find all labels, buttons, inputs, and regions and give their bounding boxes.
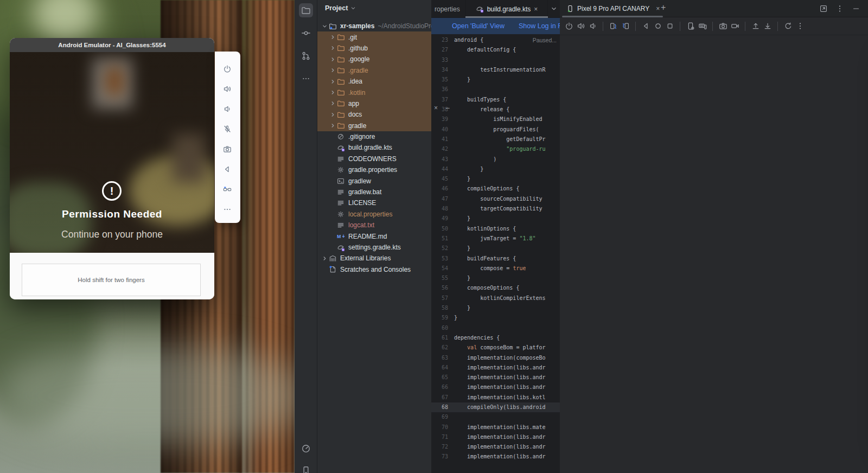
code-line-61[interactable]: 61dependencies {	[431, 333, 560, 343]
tab-build-gradle-kts[interactable]: K build.gradle.kts ×	[465, 0, 548, 18]
chevron-right-icon[interactable]	[329, 45, 337, 51]
emulator-screen[interactable]: ! Permission Needed Continue on your pho…	[10, 52, 214, 253]
code-line-48[interactable]: 48 targetCompatibility	[431, 204, 560, 214]
home-icon[interactable]	[653, 22, 662, 31]
tool-strip-profiler[interactable]	[299, 442, 313, 456]
volume-up-icon[interactable]	[576, 22, 585, 31]
volume-up-icon[interactable]	[223, 85, 233, 94]
tool-strip-project-folder[interactable]	[299, 3, 313, 17]
back-icon[interactable]	[223, 165, 233, 175]
tree-item-license[interactable]: LICENSE	[317, 197, 434, 208]
screen-record-icon[interactable]	[730, 22, 739, 31]
code-line-34[interactable]: 34 testInstrumentationR	[431, 65, 560, 75]
chevron-right-icon[interactable]	[321, 255, 329, 261]
code-line-67[interactable]: 67 implementation(libs.kotl	[431, 393, 560, 402]
tree-item-gradle-properties[interactable]: gradle.properties	[317, 164, 434, 175]
chevron-right-icon[interactable]	[329, 112, 337, 118]
open-in-window-icon[interactable]	[819, 4, 828, 13]
download-icon[interactable]	[763, 22, 772, 31]
more-v-icon[interactable]	[795, 22, 805, 31]
code-line-44[interactable]: 44 }	[431, 164, 560, 174]
code-line-54[interactable]: 54 compose = true	[431, 264, 560, 273]
tree-item-logcat-txt[interactable]: logcat.txt	[317, 220, 434, 231]
camera-icon[interactable]	[718, 22, 727, 31]
code-line-51[interactable]: 51 jvmTarget = "1.8"	[431, 234, 560, 244]
code-line-73[interactable]: 73 implementation(libs.andr	[431, 452, 560, 462]
code-line-37[interactable]: 37 buildTypes {	[431, 95, 560, 105]
close-icon[interactable]: ×	[534, 5, 538, 13]
code-line-38[interactable]: 38 release {	[431, 105, 560, 114]
code-line-68[interactable]: 68 compileOnly(libs.android	[431, 402, 560, 412]
hardware-input-icon[interactable]	[698, 22, 707, 31]
code-line-50[interactable]: 50 kotlinOptions {	[431, 224, 560, 234]
tree-item-docs[interactable]: docs	[317, 109, 434, 120]
upload-icon[interactable]	[751, 22, 760, 31]
code-line-41[interactable]: 41 getDefaultPr	[431, 135, 560, 144]
tab-gradle-properties[interactable]: roperties	[435, 0, 460, 18]
tree-item-settings-gradle-kts[interactable]: Ksettings.gradle.kts	[317, 242, 434, 253]
project-panel-header[interactable]: Project	[325, 4, 356, 12]
code-line-66[interactable]: 66 implementation(libs.andr	[431, 382, 560, 392]
overview-icon[interactable]	[665, 22, 674, 31]
code-line-46[interactable]: 46 compileOptions {	[431, 184, 560, 194]
tool-strip-more-h[interactable]	[299, 72, 313, 86]
chevron-right-icon[interactable]	[329, 79, 337, 85]
tree-item--github[interactable]: .github	[317, 43, 434, 54]
tree-item--kotlin[interactable]: .kotlin	[317, 87, 434, 98]
code-line-52[interactable]: 52 }	[431, 244, 560, 253]
code-line-55[interactable]: 55 }	[431, 273, 560, 283]
tree-item--idea[interactable]: .idea	[317, 76, 434, 87]
open-build-view-link[interactable]: Open 'Build' View	[452, 22, 505, 30]
fold-close-icon[interactable]	[621, 22, 630, 31]
code-line-42[interactable]: 42 "proguard-ru	[431, 144, 560, 154]
code-line-58[interactable]: 58 }	[431, 303, 560, 313]
device-tab-pixel-9-pro[interactable]: Pixel 9 Pro API CANARY ×	[566, 0, 660, 17]
code-line-71[interactable]: 71 implementation(libs.andr	[431, 432, 560, 442]
chevron-right-icon[interactable]	[329, 90, 337, 95]
tree-item-gradlew[interactable]: gradlew	[317, 175, 434, 186]
code-line-70[interactable]: 70 implementation(libs.mate	[431, 423, 560, 432]
volume-down-icon[interactable]	[588, 22, 597, 31]
chevron-right-icon[interactable]	[329, 34, 337, 40]
code-line-45[interactable]: 45 }	[431, 174, 560, 184]
code-line-27[interactable]: 27 defaultConfig {	[431, 45, 560, 55]
code-line-56[interactable]: 56 composeOptions {	[431, 283, 560, 293]
code-line-40[interactable]: 40 proguardFiles(	[431, 125, 560, 135]
tree-item-build-gradle-kts[interactable]: Kbuild.gradle.kts	[317, 142, 434, 153]
tree-item-local-properties[interactable]: local.properties	[317, 209, 434, 220]
code-line-53[interactable]: 53 buildFeatures {	[431, 254, 560, 264]
device-settings-icon[interactable]	[686, 22, 695, 31]
reset-icon[interactable]	[783, 22, 793, 31]
power-icon[interactable]	[564, 22, 573, 31]
code-line-59[interactable]: 59}	[431, 313, 560, 323]
tab-scroll-indicator[interactable]	[562, 16, 663, 17]
code-line-35[interactable]: 35 }	[431, 75, 560, 85]
chevron-right-icon[interactable]	[329, 123, 337, 129]
code-line-62[interactable]: 62 val composeBom = platfor	[431, 343, 560, 353]
close-icon[interactable]: ×	[656, 5, 660, 12]
tree-item-app[interactable]: app	[317, 98, 434, 109]
tree-item-scratches-and-consoles[interactable]: Scratches and Consoles	[317, 264, 434, 275]
tree-item--gitignore[interactable]: .gitignore	[317, 131, 434, 142]
back-icon[interactable]	[641, 22, 650, 31]
code-line-43[interactable]: 43 )	[431, 155, 560, 164]
glasses-icon[interactable]	[223, 185, 233, 195]
show-log-in-finder-link[interactable]: Show Log in Finder	[519, 22, 560, 30]
tree-item-gradlew-bat[interactable]: gradlew.bat	[317, 187, 434, 197]
minimize-icon[interactable]	[852, 4, 860, 13]
tree-item-codeowners[interactable]: CODEOWNERS	[317, 154, 434, 164]
tree-item-readme-md[interactable]: MREADME.md	[317, 231, 434, 241]
chevron-down-icon[interactable]	[321, 23, 329, 29]
code-line-69[interactable]: 69	[431, 412, 560, 422]
tool-strip-pull-requests[interactable]	[299, 49, 313, 63]
tree-item--git[interactable]: .git	[317, 31, 434, 42]
power-icon[interactable]	[223, 65, 233, 74]
code-line-72[interactable]: 72 implementation(libs.andr	[431, 442, 560, 452]
code-line-65[interactable]: 65 implementation(libs.andr	[431, 373, 560, 382]
close-icon[interactable]: ×	[434, 104, 438, 112]
camera-icon[interactable]	[223, 145, 233, 155]
fold-open-icon[interactable]	[609, 22, 618, 31]
chevron-right-icon[interactable]	[329, 100, 337, 106]
code-line-36[interactable]: 36	[431, 85, 560, 94]
tree-item-gradle[interactable]: gradle	[317, 120, 434, 131]
